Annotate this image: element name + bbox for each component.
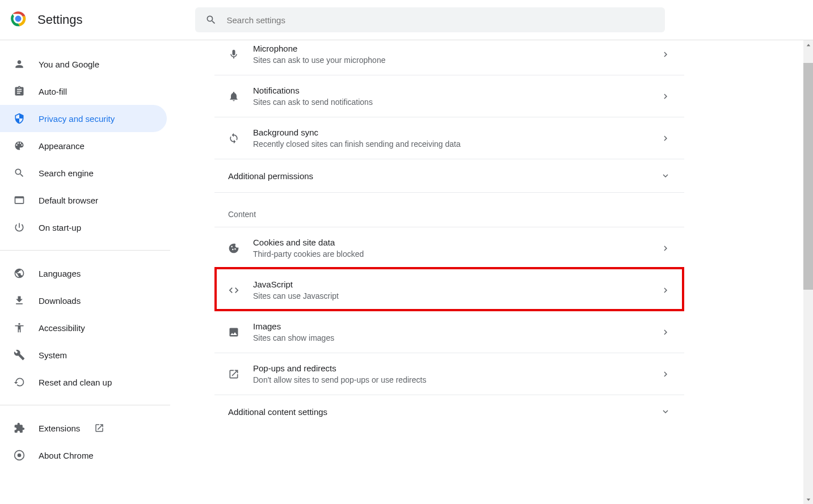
- svg-point-5: [18, 454, 22, 458]
- sidebar-item-label: Reset and clean up: [39, 378, 112, 387]
- palette-icon: [14, 140, 25, 151]
- chevron-down-icon: [660, 406, 671, 417]
- sidebar-item-reset[interactable]: Reset and clean up: [0, 369, 167, 396]
- sidebar-divider: [0, 405, 170, 405]
- sidebar-item-downloads[interactable]: Downloads: [0, 287, 167, 314]
- expand-label: Additional content settings: [228, 407, 660, 417]
- row-text: Pop-ups and redirects Don't allow sites …: [253, 363, 660, 384]
- clipboard-icon: [14, 86, 25, 97]
- chevron-right-icon: [660, 133, 671, 143]
- scrollbar[interactable]: [803, 40, 813, 504]
- sidebar-item-label: About Chrome: [39, 451, 94, 460]
- main-content: Microphone Sites can ask to use your mic…: [214, 40, 684, 428]
- download-icon: [14, 295, 25, 306]
- row-sub: Sites can ask to send notifications: [253, 98, 660, 107]
- setting-row-background-sync[interactable]: Background sync Recently closed sites ca…: [214, 117, 684, 159]
- sidebar-item-label: Downloads: [39, 296, 81, 306]
- sidebar-item-system[interactable]: System: [0, 341, 167, 369]
- person-icon: [14, 58, 25, 70]
- setting-row-javascript[interactable]: JavaScript Sites can use Javascript: [214, 269, 684, 311]
- sidebar-item-label: Privacy and security: [39, 114, 115, 124]
- sidebar-item-label: Default browser: [39, 196, 98, 205]
- row-sub: Third-party cookies are blocked: [253, 249, 660, 259]
- sidebar-item-label: System: [39, 350, 67, 360]
- bell-icon: [228, 91, 239, 102]
- sidebar-item-label: Extensions: [39, 423, 80, 433]
- sidebar-item-accessibility[interactable]: Accessibility: [0, 314, 167, 341]
- search-icon: [14, 167, 25, 179]
- header: Settings: [0, 0, 813, 40]
- expand-label: Additional permissions: [228, 171, 660, 181]
- scroll-down-button[interactable]: [803, 494, 813, 504]
- search-input[interactable]: [227, 15, 655, 25]
- row-text: Microphone Sites can ask to use your mic…: [253, 44, 660, 65]
- scroll-up-button[interactable]: [803, 40, 813, 50]
- sidebar-item-privacy-security[interactable]: Privacy and security: [0, 105, 167, 132]
- sidebar: You and Google Auto-fill Privacy and sec…: [0, 40, 170, 469]
- row-text: Notifications Sites can ask to send noti…: [253, 86, 660, 107]
- sidebar-item-search-engine[interactable]: Search engine: [0, 159, 167, 187]
- search-icon: [205, 14, 217, 26]
- shield-icon: [14, 113, 25, 124]
- row-title: JavaScript: [253, 279, 660, 289]
- row-sub: Sites can use Javascript: [253, 291, 660, 300]
- mic-icon: [228, 49, 239, 60]
- setting-row-notifications[interactable]: Notifications Sites can ask to send noti…: [214, 75, 684, 117]
- sidebar-item-languages[interactable]: Languages: [0, 260, 167, 287]
- row-sub: Recently closed sites can finish sending…: [253, 139, 660, 149]
- row-title: Background sync: [253, 128, 660, 137]
- cookie-icon: [228, 243, 239, 254]
- sidebar-item-extensions[interactable]: Extensions: [0, 414, 167, 442]
- row-title: Pop-ups and redirects: [253, 363, 660, 373]
- sidebar-item-label: You and Google: [39, 60, 99, 69]
- sync-icon: [228, 133, 239, 144]
- restore-icon: [14, 376, 25, 388]
- chevron-right-icon: [660, 369, 671, 379]
- setting-row-popups[interactable]: Pop-ups and redirects Don't allow sites …: [214, 353, 684, 395]
- sidebar-item-default-browser[interactable]: Default browser: [0, 187, 167, 214]
- sidebar-item-label: Auto-fill: [39, 87, 67, 96]
- chevron-right-icon: [660, 91, 671, 101]
- row-text: Images Sites can show images: [253, 321, 660, 342]
- row-text: Background sync Recently closed sites ca…: [253, 128, 660, 149]
- popup-icon: [228, 369, 239, 380]
- row-title: Cookies and site data: [253, 238, 660, 247]
- image-icon: [228, 327, 239, 338]
- additional-content-row[interactable]: Additional content settings: [214, 395, 684, 428]
- setting-row-microphone[interactable]: Microphone Sites can ask to use your mic…: [214, 40, 684, 75]
- chevron-right-icon: [660, 285, 671, 295]
- chrome-logo-icon: [10, 11, 37, 29]
- chevron-down-icon: [660, 171, 671, 181]
- browser-icon: [14, 194, 25, 206]
- row-title: Microphone: [253, 44, 660, 53]
- sidebar-item-autofill[interactable]: Auto-fill: [0, 78, 167, 105]
- row-title: Images: [253, 321, 660, 331]
- sidebar-divider: [0, 250, 170, 251]
- setting-row-cookies[interactable]: Cookies and site data Third-party cookie…: [214, 227, 684, 269]
- wrench-icon: [14, 349, 25, 361]
- extension-icon: [14, 422, 25, 434]
- chevron-right-icon: [660, 49, 671, 60]
- sidebar-item-label: Languages: [39, 269, 81, 278]
- chevron-right-icon: [660, 327, 671, 337]
- page-title: Settings: [37, 12, 83, 27]
- search-container[interactable]: [195, 7, 665, 32]
- row-text: Cookies and site data Third-party cookie…: [253, 238, 660, 259]
- accessibility-icon: [14, 322, 25, 333]
- scroll-thumb[interactable]: [803, 63, 813, 290]
- sidebar-item-on-startup[interactable]: On start-up: [0, 214, 167, 241]
- row-sub: Sites can show images: [253, 333, 660, 342]
- chevron-right-icon: [660, 243, 671, 253]
- chrome-icon: [14, 450, 25, 461]
- sidebar-item-label: Search engine: [39, 168, 94, 178]
- sidebar-item-you-and-google[interactable]: You and Google: [0, 50, 167, 78]
- globe-icon: [14, 268, 25, 279]
- sidebar-item-label: On start-up: [39, 223, 81, 232]
- power-icon: [14, 222, 25, 233]
- row-text: JavaScript Sites can use Javascript: [253, 279, 660, 300]
- sidebar-item-label: Accessibility: [39, 323, 85, 333]
- sidebar-item-about-chrome[interactable]: About Chrome: [0, 442, 167, 469]
- sidebar-item-appearance[interactable]: Appearance: [0, 132, 167, 159]
- setting-row-images[interactable]: Images Sites can show images: [214, 311, 684, 353]
- additional-permissions-row[interactable]: Additional permissions: [214, 159, 684, 193]
